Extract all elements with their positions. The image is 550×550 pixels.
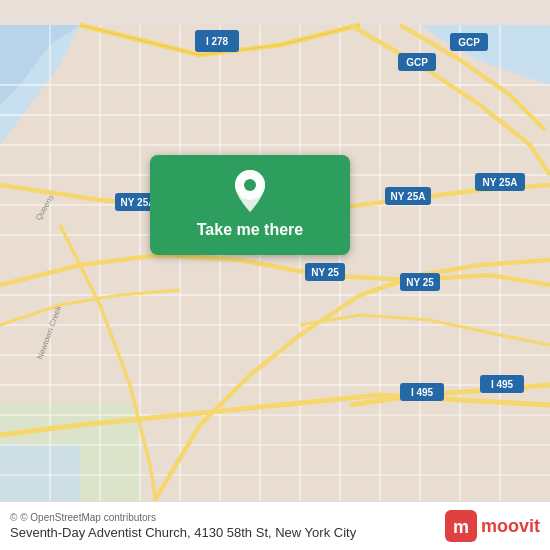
map-container: I 278 NY 25A NY 25A NY 25A NY 25A NY 25 …: [0, 0, 550, 550]
svg-text:GCP: GCP: [406, 57, 428, 68]
svg-text:GCP: GCP: [458, 37, 480, 48]
moovit-text: moovit: [481, 516, 540, 537]
take-me-there-button[interactable]: Take me there: [150, 155, 350, 255]
cta-label: Take me there: [197, 221, 303, 239]
osm-icon: ©: [10, 512, 17, 523]
svg-text:I 495: I 495: [491, 379, 514, 390]
left-info: © © OpenStreetMap contributors Seventh-D…: [10, 512, 356, 540]
svg-text:NY 25: NY 25: [311, 267, 339, 278]
info-bar: © © OpenStreetMap contributors Seventh-D…: [0, 501, 550, 550]
svg-text:NY 25A: NY 25A: [483, 177, 518, 188]
svg-text:NY 25: NY 25: [406, 277, 434, 288]
location-pin-icon: [232, 169, 268, 213]
location-text: Seventh-Day Adventist Church, 4130 58th …: [10, 525, 356, 540]
osm-credit-text: © OpenStreetMap contributors: [20, 512, 156, 523]
moovit-logo: m moovit: [445, 510, 540, 542]
moovit-icon: m: [445, 510, 477, 542]
svg-text:m: m: [453, 517, 469, 537]
svg-text:I 495: I 495: [411, 387, 434, 398]
map-background: I 278 NY 25A NY 25A NY 25A NY 25A NY 25 …: [0, 0, 550, 550]
svg-text:I 278: I 278: [206, 36, 229, 47]
svg-point-56: [244, 179, 256, 191]
svg-text:NY 25A: NY 25A: [391, 191, 426, 202]
osm-credit: © © OpenStreetMap contributors: [10, 512, 356, 523]
